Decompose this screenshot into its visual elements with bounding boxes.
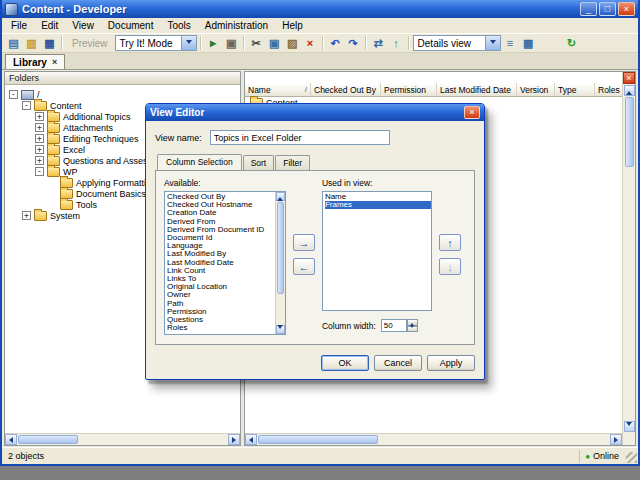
cancel-button[interactable]: Cancel	[374, 355, 422, 371]
tab-library[interactable]: Library ×	[5, 54, 65, 69]
menu-document[interactable]: Document	[101, 19, 161, 32]
link-icon[interactable]: ⇄	[370, 35, 387, 51]
expander-plus-icon[interactable]: +	[35, 123, 44, 132]
pane-close-button[interactable]: ×	[623, 72, 635, 84]
expander-plus-icon[interactable]: +	[35, 112, 44, 121]
list-hscrollbar[interactable]	[245, 433, 622, 445]
expander-minus-icon[interactable]: -	[9, 90, 18, 99]
tab-strip: Library ×	[2, 53, 638, 70]
add-column-button[interactable]: →	[293, 234, 315, 251]
play-icon[interactable]: ►	[205, 35, 222, 51]
dialog-close-button[interactable]: ×	[464, 106, 480, 119]
column-selection-panel: Available: Checked Out By Checked Out Ho…	[155, 170, 475, 345]
dialog-body: View name: Column Selection Sort Filter …	[146, 121, 484, 379]
scroll-right-button[interactable]	[610, 434, 622, 445]
used-listbox[interactable]: Name Frames	[322, 191, 432, 311]
list-vscrollbar[interactable]	[623, 84, 635, 445]
scroll-thumb[interactable]	[625, 97, 634, 167]
column-header-name[interactable]: Name /	[245, 83, 311, 97]
tree-item-label: Additional Topics	[63, 112, 130, 122]
used-column: Used in view: Name Frames Column width:	[322, 178, 432, 335]
paste-icon[interactable]: ▨	[284, 35, 301, 51]
cut-icon[interactable]: ✂	[248, 35, 265, 51]
scroll-up-button[interactable]	[276, 192, 285, 201]
undo-icon[interactable]: ↶	[327, 35, 344, 51]
scroll-thumb[interactable]	[18, 435, 78, 444]
list-view-icon[interactable]: ≡	[502, 35, 519, 51]
remove-column-button[interactable]: ←	[293, 258, 315, 275]
new-document-icon[interactable]: ▤	[5, 35, 22, 51]
column-header-roles[interactable]: Roles	[595, 83, 622, 97]
tree-item-label: Document Basics	[76, 189, 146, 199]
expander-minus-icon[interactable]: -	[22, 101, 31, 110]
details-view-combo[interactable]: Details view	[413, 35, 501, 51]
resize-grip[interactable]	[626, 452, 637, 463]
scroll-thumb[interactable]	[277, 202, 284, 294]
scroll-left-button[interactable]	[245, 434, 257, 445]
scroll-thumb[interactable]	[258, 435, 378, 444]
column-header-type[interactable]: Type	[555, 83, 595, 97]
chevron-down-icon[interactable]	[181, 36, 196, 50]
menu-edit[interactable]: Edit	[34, 19, 65, 32]
refresh-icon[interactable]: ↻	[563, 35, 580, 51]
maximize-button[interactable]: □	[599, 2, 616, 16]
tab-library-label: Library	[13, 57, 47, 68]
up-level-icon[interactable]: ↑	[388, 35, 405, 51]
apply-button[interactable]: Apply	[427, 355, 475, 371]
tab-sort[interactable]: Sort	[243, 155, 275, 171]
folders-hscrollbar[interactable]	[5, 433, 240, 445]
spin-down-button[interactable]	[407, 326, 418, 333]
expander-plus-icon[interactable]: +	[35, 145, 44, 154]
expander-plus-icon[interactable]: +	[35, 134, 44, 143]
preview-button[interactable]: Preview	[66, 38, 114, 49]
list-item-selected[interactable]: Frames	[325, 201, 431, 209]
column-width-row: Column width:	[322, 319, 432, 332]
expander-minus-icon[interactable]: -	[35, 167, 44, 176]
ok-button[interactable]: OK	[321, 355, 369, 371]
column-width-input[interactable]	[381, 319, 407, 332]
scroll-down-button[interactable]	[624, 421, 635, 432]
delete-icon[interactable]: ×	[302, 35, 319, 51]
view-name-label: View name:	[155, 133, 202, 143]
toolbar-separator	[61, 36, 63, 50]
list-item[interactable]: Owner	[167, 291, 275, 299]
menu-administration[interactable]: Administration	[198, 19, 275, 32]
move-down-button[interactable]: ↓	[439, 258, 461, 275]
tryit-mode-combo[interactable]: Try It! Mode	[115, 35, 197, 51]
open-folder-icon[interactable]: ▥	[23, 35, 40, 51]
view-name-input[interactable]	[210, 130, 390, 145]
scroll-down-button[interactable]	[276, 325, 285, 334]
save-icon[interactable]: ▦	[41, 35, 58, 51]
scroll-left-button[interactable]	[5, 434, 17, 445]
copy-icon[interactable]: ▣	[266, 35, 283, 51]
scroll-right-button[interactable]	[228, 434, 240, 445]
print-icon[interactable]: ▣	[223, 35, 240, 51]
column-header-last-modified-date[interactable]: Last Modified Date	[437, 83, 517, 97]
list-item[interactable]: Roles	[167, 324, 275, 332]
tryit-mode-value: Try It! Mode	[116, 38, 177, 49]
minimize-button[interactable]: _	[580, 2, 597, 16]
menu-view[interactable]: View	[65, 19, 101, 32]
expander-plus-icon[interactable]: +	[35, 156, 44, 165]
expander-plus-icon[interactable]: +	[22, 211, 31, 220]
scroll-track	[623, 168, 635, 421]
column-header-version[interactable]: Version	[517, 83, 555, 97]
close-button[interactable]: ×	[618, 2, 635, 16]
available-scrollbar[interactable]	[275, 192, 285, 334]
scroll-up-button[interactable]	[624, 85, 635, 96]
redo-icon[interactable]: ↷	[345, 35, 362, 51]
repository-icon	[21, 90, 34, 100]
grid-view-icon[interactable]: ▦	[520, 35, 537, 51]
menu-tools[interactable]: Tools	[160, 19, 197, 32]
menu-file[interactable]: File	[4, 19, 34, 32]
arrow-down-icon: ↓	[447, 261, 453, 273]
available-listbox[interactable]: Checked Out By Checked Out Hostname Crea…	[164, 191, 286, 335]
move-up-button[interactable]: ↑	[439, 234, 461, 251]
chevron-down-icon[interactable]	[485, 36, 500, 50]
column-header-checked-out-by[interactable]: Checked Out By	[311, 83, 381, 97]
tab-column-selection[interactable]: Column Selection	[157, 154, 242, 170]
tab-close-icon[interactable]: ×	[52, 57, 57, 67]
column-header-permission[interactable]: Permission	[381, 83, 437, 97]
menu-help[interactable]: Help	[275, 19, 310, 32]
tab-filter[interactable]: Filter	[275, 155, 310, 171]
